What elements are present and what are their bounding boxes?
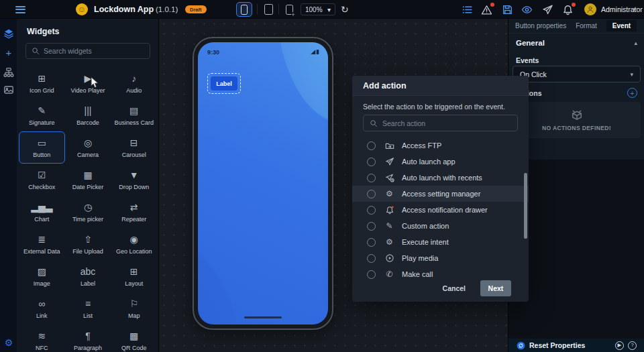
- radio-icon[interactable]: [367, 190, 376, 198]
- widget-chart[interactable]: ▂▅▃ Chart: [19, 196, 65, 228]
- action-access-setting-manager[interactable]: ⚙ Access setting manager: [352, 186, 529, 202]
- widget-barcode[interactable]: ||| Barcode: [65, 99, 111, 131]
- radio-icon[interactable]: [367, 254, 376, 263]
- widget-label[interactable]: abc Label: [65, 260, 111, 292]
- action-auto-launch-with-recents[interactable]: Auto launch with recents: [352, 170, 529, 186]
- geo-location-icon: ◉: [130, 233, 138, 245]
- widget-camera[interactable]: ◎ Camera: [65, 131, 111, 164]
- widget-qr-code[interactable]: ▩ QR Code: [111, 325, 157, 352]
- cancel-button[interactable]: Cancel: [443, 284, 466, 292]
- action-custom-action[interactable]: ✎ Custom action: [352, 218, 529, 234]
- divider: [278, 4, 279, 15]
- event-select[interactable]: On Click ▾: [513, 66, 641, 82]
- list-view-icon[interactable]: [462, 4, 473, 15]
- action-list: Access FTP Auto launch app Auto launch w…: [352, 137, 529, 289]
- dialog-footer: Cancel Next: [352, 275, 529, 302]
- radio-icon[interactable]: [367, 206, 376, 215]
- add-action-button[interactable]: +: [627, 88, 637, 98]
- widget-date-picker[interactable]: ▦ Date Picker: [65, 164, 111, 196]
- tab-format[interactable]: Format: [576, 22, 597, 30]
- layers-icon[interactable]: [3, 28, 14, 39]
- help-icon[interactable]: ?: [628, 341, 637, 350]
- user-avatar[interactable]: [584, 3, 596, 15]
- radio-icon[interactable]: [367, 222, 376, 231]
- device-plus-icon: [286, 5, 293, 15]
- save-icon[interactable]: [502, 4, 513, 15]
- plus-icon[interactable]: +: [3, 47, 14, 58]
- radio-icon[interactable]: [367, 174, 376, 182]
- chevron-down-icon: ▾: [327, 6, 331, 13]
- alert-dot: [490, 3, 494, 7]
- action-execute-intent[interactable]: ⚙ Execute intent: [352, 234, 529, 250]
- phone-icon: [241, 5, 248, 15]
- tab-button-properties[interactable]: Button properties: [515, 22, 566, 30]
- hamburger-menu-icon[interactable]: [13, 0, 27, 19]
- zoom-select[interactable]: 100% ▾: [301, 3, 335, 15]
- widget-carousel[interactable]: ⊟ Carousel: [111, 131, 157, 164]
- run-icon[interactable]: ▶: [615, 341, 624, 350]
- events-label: Events: [516, 56, 539, 64]
- chevron-up-icon[interactable]: ▴: [634, 40, 637, 46]
- action-play-media[interactable]: Play media: [352, 250, 529, 266]
- barcode-icon: |||: [85, 105, 92, 117]
- reset-properties-button[interactable]: Reset Properties: [529, 341, 611, 349]
- widget-nfc[interactable]: ≋ NFC: [19, 325, 65, 352]
- dialog-scrollbar[interactable]: [524, 173, 527, 239]
- label-widget-button[interactable]: Label: [211, 76, 237, 91]
- widget-link[interactable]: ∞ Link: [19, 292, 65, 325]
- widget-audio[interactable]: ♪ Audio: [111, 67, 157, 99]
- app-title: Lockdown App: [94, 0, 154, 19]
- radio-icon[interactable]: [367, 141, 376, 150]
- device-mode-tablet-button[interactable]: [260, 2, 276, 17]
- search-icon: [370, 119, 378, 127]
- device-mode-phone-button[interactable]: [236, 2, 252, 17]
- audio-icon: ♪: [131, 72, 136, 84]
- action-access-ftp[interactable]: Access FTP: [352, 137, 529, 154]
- widget-button[interactable]: ▭ Button: [19, 131, 65, 164]
- widget-signature[interactable]: ✎ Signature: [19, 99, 65, 131]
- widget-search-input[interactable]: [44, 47, 144, 55]
- phone-screen[interactable]: 9:30 ◢▮ Label: [198, 42, 328, 325]
- user-menu-chevron-down-icon[interactable]: ▾: [633, 0, 637, 19]
- button-icon: ▭: [38, 137, 46, 149]
- widget-external-data[interactable]: ≣ External Data: [19, 228, 65, 260]
- notifications-bell-icon[interactable]: [562, 4, 574, 15]
- widgets-panel: Widgets ⊞ Icon Grid ▶ Video Player ♪ Aud…: [17, 19, 159, 352]
- gallery-icon[interactable]: [3, 84, 14, 95]
- widget-business-card[interactable]: ▤ Business Card: [111, 99, 157, 131]
- general-section-header[interactable]: General ▴: [516, 39, 637, 47]
- radio-icon[interactable]: [367, 158, 376, 166]
- widget-geo-location[interactable]: ◉ Geo Location: [111, 228, 157, 260]
- widget-file-upload[interactable]: ⇧ File Upload: [65, 228, 111, 260]
- pencil-icon: ✎: [384, 222, 394, 230]
- widget-repeater[interactable]: ⇄ Repeater: [111, 196, 157, 228]
- widget-list[interactable]: ≡ List: [65, 292, 111, 325]
- action-search-input[interactable]: [382, 119, 511, 127]
- settings-gear-icon[interactable]: ⚙: [3, 337, 14, 348]
- widget-paragraph[interactable]: ¶ Paragraph: [65, 325, 111, 352]
- preview-eye-icon[interactable]: [521, 4, 533, 15]
- widget-video-player[interactable]: ▶ Video Player: [65, 67, 111, 99]
- widget-map[interactable]: ⚐ Map: [111, 292, 157, 325]
- add-device-button[interactable]: [281, 2, 297, 17]
- widget-drop-down[interactable]: ▼ Drop Down: [111, 164, 157, 196]
- next-button[interactable]: Next: [480, 280, 511, 296]
- warnings-icon[interactable]: [481, 4, 492, 15]
- link-icon: ∞: [38, 298, 45, 310]
- widget-layout[interactable]: ⊞ Layout: [111, 260, 157, 292]
- sitemap-icon[interactable]: [3, 67, 14, 78]
- widget-image[interactable]: ▨ Image: [19, 260, 65, 292]
- radio-icon[interactable]: [367, 238, 376, 247]
- widget-icon-grid[interactable]: ⊞ Icon Grid: [19, 67, 65, 99]
- widget-time-picker[interactable]: ◷ Time picker: [65, 196, 111, 228]
- widget-selection-outline[interactable]: Label: [207, 73, 241, 94]
- action-search-box[interactable]: [363, 115, 518, 131]
- publish-icon[interactable]: [542, 4, 553, 15]
- action-access-notification-drawer[interactable]: Access notification drawer: [352, 202, 529, 218]
- widget-search-box[interactable]: [25, 43, 150, 59]
- action-auto-launch-app[interactable]: Auto launch app: [352, 154, 529, 170]
- widget-checkbox[interactable]: ☑ Checkbox: [19, 164, 65, 196]
- status-time: 9:30: [207, 49, 219, 56]
- tab-event[interactable]: Event: [606, 20, 637, 32]
- rotate-device-icon[interactable]: ↻: [341, 0, 349, 19]
